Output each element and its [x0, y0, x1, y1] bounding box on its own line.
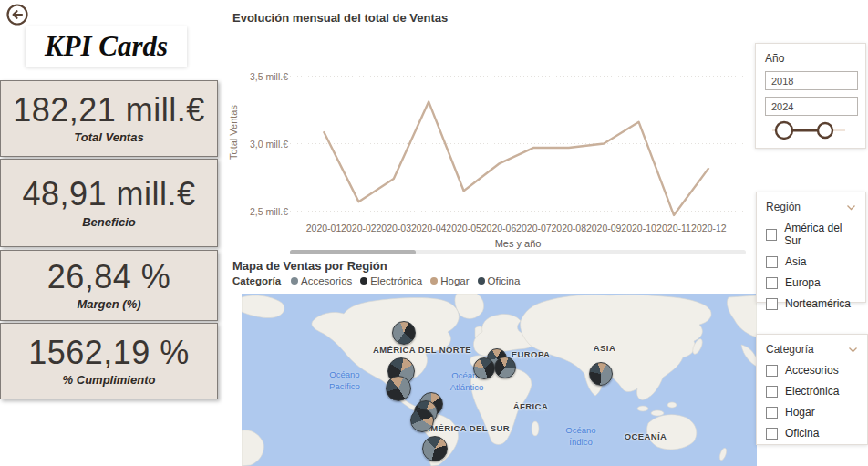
- category-option-list: AccesoriosElectrónicaHogarOficina: [766, 364, 858, 440]
- map-label--frica: ÁFRICA: [513, 401, 548, 411]
- legend-item-accesorios[interactable]: Accesorios: [291, 275, 352, 286]
- page-title: KPI Cards: [26, 26, 187, 67]
- x-axis-title: Mes y año: [290, 238, 746, 249]
- kpi-value: 1562,19 %: [28, 336, 190, 370]
- region-checkbox-asia[interactable]: [766, 256, 778, 268]
- category-option-electr-nica[interactable]: Electrónica: [766, 385, 858, 398]
- year-slicer: Año: [755, 43, 866, 149]
- map-label-ocean-a: OCEANÍA: [625, 431, 667, 441]
- map-pie-europa-2[interactable]: [473, 357, 495, 379]
- y-tick-label: 3,5 mill.€: [232, 71, 288, 82]
- slider-handle-max[interactable]: [818, 123, 832, 138]
- region-option-label: América del Sur: [784, 222, 856, 247]
- year-to-input[interactable]: [765, 97, 858, 116]
- map-legend: Categoría AccesoriosElectrónicaHogarOfic…: [232, 275, 520, 286]
- kpi-card-total-ventas: 182,21 mill.€Total Ventas: [0, 80, 218, 157]
- kpi-label: Total Ventas: [74, 130, 143, 144]
- region-option-label: Asia: [785, 255, 806, 268]
- kpi-card-beneficio: 48,91 mill.€Beneficio: [0, 159, 218, 247]
- slider-handle-min[interactable]: [776, 122, 792, 139]
- category-checkbox-accesorios[interactable]: [766, 365, 778, 377]
- category-option-label: Hogar: [785, 406, 815, 419]
- map-label-europa: EUROPA: [512, 349, 550, 359]
- kpi-label: Beneficio: [82, 215, 136, 229]
- map-pie-sudamerica-chile[interactable]: [422, 436, 448, 461]
- legend-item-electronica[interactable]: Electrónica: [360, 275, 422, 286]
- chart-horizontal-scrollbar[interactable]: [290, 250, 746, 254]
- region-option-label: Europa: [785, 276, 821, 289]
- region-slicer: Región América del SurAsiaEuropaNorteamé…: [756, 192, 866, 303]
- region-option-asia[interactable]: Asia: [766, 255, 856, 268]
- map-pie-norteamerica-canada[interactable]: [392, 321, 416, 345]
- kpi-label: % Cumplimiento: [63, 373, 156, 387]
- map-pie-asia-china[interactable]: [589, 362, 613, 386]
- kpi-value: 48,91 mill.€: [22, 177, 195, 212]
- legend-label: Hogar: [440, 275, 469, 286]
- ventas-line-series: [324, 102, 708, 215]
- legend-label: Electrónica: [370, 275, 422, 286]
- year-slicer-title: Año: [765, 52, 784, 65]
- map-title: Mapa de Ventas por Región: [232, 259, 388, 273]
- category-option-accesorios[interactable]: Accesorios: [766, 364, 858, 377]
- legend-dot-oficina: [478, 277, 485, 285]
- category-option-hogar[interactable]: Hogar: [766, 406, 858, 419]
- region-option-norteam-rica[interactable]: Norteamérica: [766, 297, 856, 310]
- legend-dot-electronica: [360, 277, 367, 285]
- chevron-down-icon[interactable]: [848, 347, 858, 353]
- scrollbar-thumb[interactable]: [290, 250, 416, 254]
- line-chart: Total Ventas Mes y año 3,5 mill.€3,0 mil…: [228, 55, 752, 261]
- year-from-input[interactable]: [765, 71, 858, 90]
- map-landmass: [242, 294, 757, 466]
- region-checkbox-am-rica-del-sur[interactable]: [766, 229, 777, 241]
- powerbi-dashboard: KPI Cards 182,21 mill.€Total Ventas48,91…: [0, 0, 868, 466]
- region-checkbox-norteam-rica[interactable]: [766, 298, 778, 310]
- arrow-left-circle-icon: [5, 3, 29, 26]
- year-range-slider[interactable]: [765, 118, 858, 143]
- y-tick-label: 3,0 mill.€: [232, 139, 288, 150]
- chevron-down-icon[interactable]: [846, 204, 856, 211]
- kpi-card-margen-: 26,84 %Margen (%): [0, 250, 218, 321]
- category-checkbox-electr-nica[interactable]: [766, 386, 778, 398]
- back-button[interactable]: [5, 3, 29, 26]
- legend-dot-accesorios: [291, 277, 298, 285]
- y-axis-title: Total Ventas: [228, 105, 239, 160]
- legend-label: Oficina: [488, 275, 521, 286]
- category-checkbox-hogar[interactable]: [766, 407, 778, 419]
- region-option-label: Norteamérica: [785, 297, 851, 310]
- map-pie-europa-3[interactable]: [494, 357, 516, 378]
- kpi-value: 26,84 %: [47, 260, 171, 295]
- world-map[interactable]: AMÉRICA DEL NORTEEUROPAASIAÁFRICAAMÉRICA…: [242, 294, 757, 466]
- category-option-label: Electrónica: [785, 385, 839, 398]
- map-pie-norteamerica-mexico[interactable]: [386, 376, 411, 401]
- map-label-oc-ano-ndico: OcéanoÍndico: [565, 425, 595, 449]
- category-checkbox-oficina[interactable]: [766, 428, 778, 440]
- region-option-list: América del SurAsiaEuropaNorteamérica: [766, 222, 856, 310]
- y-tick-label: 2,5 mill.€: [232, 206, 288, 217]
- map-label-am-rica-del-sur: AMÉRICA DEL SUR: [424, 423, 510, 433]
- category-option-label: Accesorios: [785, 364, 839, 377]
- category-slicer: Categoría AccesoriosElectrónicaHogarOfic…: [756, 334, 868, 445]
- kpi-label: Margen (%): [77, 297, 140, 311]
- region-option-europa[interactable]: Europa: [766, 276, 856, 289]
- legend-label: Accesorios: [301, 275, 352, 286]
- map-label-asia: ASIA: [594, 343, 615, 353]
- kpi-value: 182,21 mill.€: [13, 93, 205, 128]
- line-chart-title: Evolución mensual del total de Ventas: [232, 11, 448, 25]
- legend-item-hogar[interactable]: Hogar: [430, 275, 469, 286]
- kpi-card--cumplimiento: 1562,19 %% Cumplimiento: [0, 323, 218, 399]
- region-option-am-rica-del-sur[interactable]: América del Sur: [766, 222, 856, 247]
- region-checkbox-europa[interactable]: [766, 277, 778, 289]
- legend-item-oficina[interactable]: Oficina: [478, 275, 521, 286]
- category-slicer-title: Categoría: [766, 343, 814, 356]
- region-slicer-title: Región: [766, 201, 801, 213]
- legend-dot-hogar: [430, 277, 438, 285]
- category-option-oficina[interactable]: Oficina: [766, 427, 858, 440]
- map-label-am-rica-del-norte: AMÉRICA DEL NORTE: [373, 345, 471, 355]
- map-label-oc-ano-pac-fico: OcéanoPacífico: [329, 369, 360, 393]
- legend-title: Categoría: [232, 275, 281, 286]
- map-pie-sudamerica-3[interactable]: [410, 409, 434, 432]
- x-tick-label: 2020-12: [687, 223, 729, 233]
- category-option-label: Oficina: [785, 427, 819, 440]
